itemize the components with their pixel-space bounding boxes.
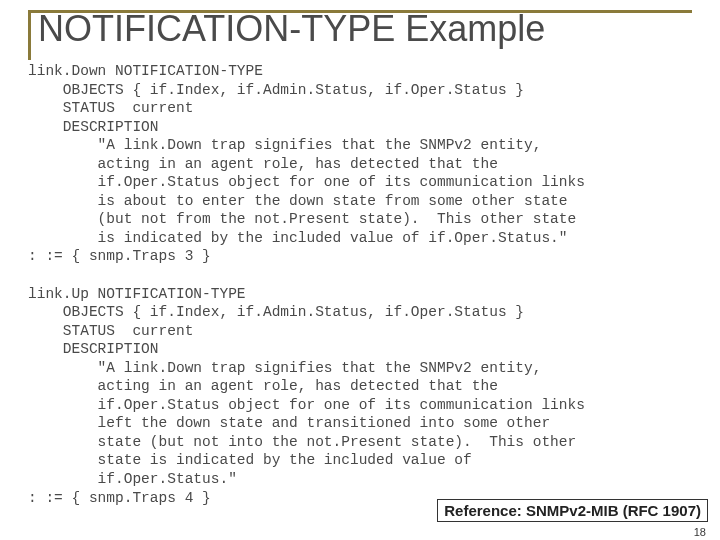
code-definition: link.Down NOTIFICATION-TYPE OBJECTS { if…: [28, 62, 696, 507]
page-number: 18: [694, 526, 706, 538]
reference-box: Reference: SNMPv2-MIB (RFC 1907): [437, 499, 708, 522]
slide-container: NOTIFICATION-TYPE Example link.Down NOTI…: [0, 0, 720, 540]
slide-title: NOTIFICATION-TYPE Example: [38, 8, 545, 50]
